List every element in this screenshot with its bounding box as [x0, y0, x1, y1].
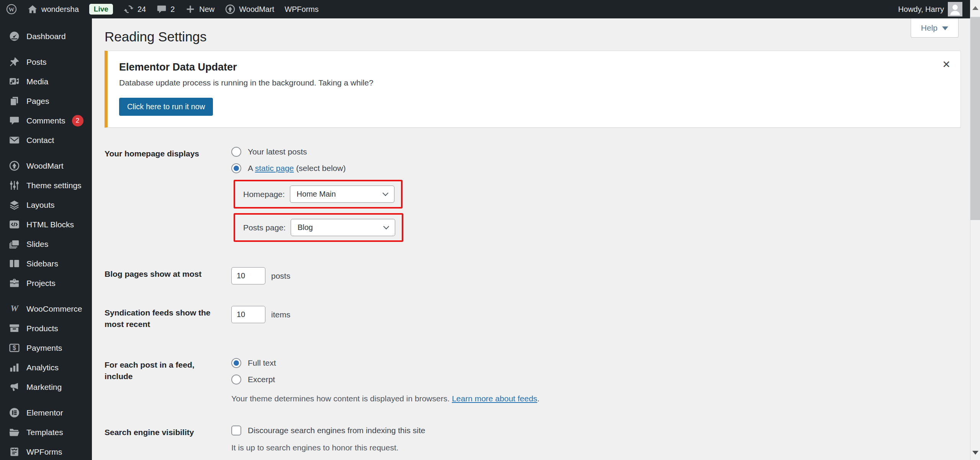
sidebar-item-label: Marketing — [26, 383, 62, 392]
radio-latest-posts[interactable] — [231, 147, 241, 157]
radio-excerpt[interactable] — [231, 375, 241, 384]
account-menu[interactable]: Howdy, Harry — [898, 2, 962, 16]
sidebar-item-html-blocks[interactable]: HTML Blocks — [0, 215, 92, 234]
homepage-select-label: Homepage: — [243, 190, 285, 199]
blog-pages-input[interactable] — [231, 267, 265, 284]
sidebar-item-templates[interactable]: Templates — [0, 422, 92, 442]
sidebar-item-elementor[interactable]: Elementor — [0, 403, 92, 422]
wordpress-logo-menu[interactable]: W — [6, 4, 17, 15]
page-scrollbar[interactable] — [970, 0, 980, 460]
sidebar-item-wpforms[interactable]: WPForms — [0, 442, 92, 460]
comments-menu[interactable]: 2 — [156, 4, 175, 15]
run-updater-button[interactable]: Click here to run it now — [119, 98, 213, 116]
scrollbar-thumb[interactable] — [970, 17, 980, 220]
woodmart-icon — [225, 4, 236, 15]
home-icon — [27, 4, 38, 15]
sidebar-item-label: Products — [26, 324, 58, 333]
feed-description-text: Your theme determines how content is dis… — [231, 394, 450, 403]
sidebar-item-marketing[interactable]: Marketing — [0, 377, 92, 397]
blog-pages-row: Blog pages show at most posts — [105, 267, 961, 284]
sidebar-item-label: Media — [26, 77, 48, 86]
avatar — [948, 2, 962, 16]
woodmart-menu[interactable]: WoodMart — [225, 4, 274, 15]
homepage-select[interactable]: Home Main — [290, 186, 394, 203]
svg-text:W: W — [10, 303, 19, 313]
sidebar-item-dashboard[interactable]: Dashboard — [0, 26, 92, 46]
sidebar-item-projects[interactable]: Projects — [0, 273, 92, 293]
live-badge: Live — [89, 4, 113, 15]
radio-full-text[interactable] — [231, 358, 241, 368]
pages-icon — [8, 95, 20, 107]
new-menu[interactable]: New — [185, 4, 214, 15]
wpforms-label: WPForms — [285, 5, 319, 14]
sidebar-item-comments[interactable]: Comments 2 — [0, 111, 92, 130]
latest-posts-label: Your latest posts — [248, 147, 307, 156]
sidebar-item-label: Elementor — [26, 408, 63, 417]
sidebar-item-label: Contact — [26, 136, 54, 145]
sidebar-item-woodmart[interactable]: WoodMart — [0, 156, 92, 176]
sidebar-item-label: Theme settings — [26, 181, 82, 190]
admin-sidebar: Dashboard Posts Media Pages Comments 2 C… — [0, 18, 92, 460]
site-name: wondersha — [41, 5, 79, 14]
comment-bubble-icon — [156, 4, 167, 15]
sidebar-item-label: Layouts — [26, 200, 55, 210]
sidebar-item-pages[interactable]: Pages — [0, 91, 92, 111]
syndication-input[interactable] — [231, 306, 265, 323]
search-visibility-description: It is up to search engines to honor this… — [231, 443, 425, 452]
sidebar-item-analytics[interactable]: Analytics — [0, 358, 92, 377]
elementor-icon — [8, 407, 20, 418]
radio-static-page[interactable] — [231, 163, 241, 173]
sidebar-item-label: Payments — [26, 343, 62, 353]
elementor-data-updater-notice: Elementor Data Updater Database update p… — [105, 51, 961, 128]
sidebar-item-label: HTML Blocks — [26, 220, 74, 229]
sidebar-item-products[interactable]: Products — [0, 319, 92, 338]
update-icon — [123, 4, 134, 15]
blog-pages-unit: posts — [271, 271, 290, 281]
howdy-text: Howdy, Harry — [898, 5, 944, 14]
sidebar-item-media[interactable]: Media — [0, 72, 92, 91]
learn-more-feeds-link[interactable]: Learn more about feeds — [452, 394, 537, 403]
site-name-menu[interactable]: wondersha — [27, 4, 79, 15]
pushpin-icon — [8, 56, 20, 67]
sidebar-item-theme-settings[interactable]: Theme settings — [0, 176, 92, 195]
homepage-displays-label: Your homepage displays — [105, 147, 231, 159]
sidebar-item-layouts[interactable]: Layouts — [0, 195, 92, 215]
layers-icon — [8, 199, 20, 210]
discourage-indexing-label: Discourage search engines from indexing … — [248, 426, 425, 435]
svg-text:$: $ — [13, 345, 16, 351]
sidebar-item-label: WooCommerce — [26, 304, 82, 314]
syndication-row: Syndication feeds show the most recent i… — [105, 306, 961, 330]
page-title: Reading Settings — [105, 29, 961, 44]
sidebar-item-sidebars[interactable]: Sidebars — [0, 254, 92, 273]
discourage-indexing-checkbox[interactable] — [231, 426, 241, 435]
sidebar-item-payments[interactable]: $ Payments — [0, 338, 92, 358]
sidebar-item-slides[interactable]: Slides — [0, 234, 92, 254]
close-icon[interactable]: ✕ — [942, 59, 951, 69]
sidebar-item-contact[interactable]: Contact — [0, 130, 92, 150]
notice-message: Database update process is running in th… — [119, 78, 937, 87]
sidebar-item-woocommerce[interactable]: W WooCommerce — [0, 299, 92, 319]
updates-menu[interactable]: 24 — [123, 4, 146, 15]
svg-text:W: W — [8, 6, 15, 13]
folder-icon — [8, 427, 20, 438]
feed-description: Your theme determines how content is dis… — [231, 394, 540, 403]
scroll-down-arrow-icon[interactable] — [972, 451, 978, 455]
help-button[interactable]: Help — [911, 18, 959, 38]
sidebar-item-label: Templates — [26, 428, 63, 437]
posts-page-select-value: Blog — [298, 223, 313, 232]
scroll-up-arrow-icon[interactable] — [972, 6, 978, 10]
sidebar-item-label: Dashboard — [26, 32, 66, 41]
homepage-highlight-box: Homepage: Home Main — [234, 180, 402, 209]
wpforms-menu[interactable]: WPForms — [285, 5, 319, 14]
posts-page-highlight-box: Posts page: Blog — [234, 213, 403, 242]
posts-page-select[interactable]: Blog — [291, 219, 395, 236]
sidebar-item-label: Slides — [26, 240, 48, 249]
admin-bar: W wondersha Live 24 2 New WoodMart WPFor… — [0, 0, 980, 18]
sidebars-icon — [8, 258, 20, 269]
homepage-select-value: Home Main — [297, 190, 336, 199]
sidebar-item-posts[interactable]: Posts — [0, 52, 92, 72]
comments-count-badge: 2 — [72, 115, 83, 127]
static-page-link[interactable]: static page — [255, 164, 294, 172]
wpforms-icon — [8, 446, 20, 457]
search-visibility-label: Search engine visibility — [105, 426, 231, 438]
